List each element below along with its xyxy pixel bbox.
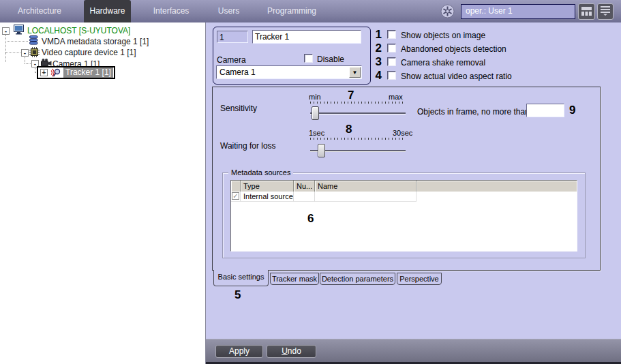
metadata-table: Type Nu... Name ✓ Internal source <box>230 180 577 252</box>
camera-select[interactable]: Camera 1 ▼ <box>216 65 362 79</box>
annotation-3: 3 <box>368 55 382 69</box>
tree-item-vmda-storage[interactable]: VMDA metadata storage 1 [1] <box>42 37 149 46</box>
operator-field[interactable]: oper.: User 1 <box>461 4 575 19</box>
object-id-box: 1 Tracker 1 Camera Disable Camera 1 ▼ <box>213 27 371 85</box>
objects-in-frame-field[interactable] <box>526 104 564 117</box>
camera-shake-checkbox[interactable] <box>387 57 396 66</box>
tab-architecture[interactable]: Architecture <box>14 0 65 22</box>
waiting-min-label: 1sec <box>309 129 324 137</box>
settings-panel: 1 Tracker 1 Camera Disable Camera 1 ▼ 1 … <box>206 22 621 339</box>
waiting-for-loss-label: Waiting for loss <box>220 141 276 151</box>
header-checkbox-column <box>231 181 241 192</box>
object-name-field[interactable]: Tracker 1 <box>252 30 361 44</box>
flower-icon <box>440 4 455 18</box>
sensitivity-slider-thumb[interactable] <box>312 106 319 120</box>
annotation-2: 2 <box>368 42 382 55</box>
tab-programming[interactable]: Programming <box>264 0 319 22</box>
bottom-action-bar: Apply Undo <box>206 339 621 364</box>
tree-connector-line <box>5 52 20 53</box>
tab-users[interactable]: Users <box>210 0 247 22</box>
annotation-7: 7 <box>348 89 354 102</box>
waiting-ticks <box>310 138 404 140</box>
aspect-ratio-label: Show actual video aspect ratio <box>401 72 512 81</box>
internal-source-checkbox[interactable]: ✓ <box>232 192 239 200</box>
tree-item-video-device[interactable]: Video capture device 1 [1] <box>42 48 136 57</box>
annotation-1: 1 <box>368 28 382 42</box>
basic-settings-page: min 7 max Sensitivity Objects in frame, … <box>212 87 601 271</box>
waiting-slider-thumb[interactable] <box>318 144 325 157</box>
tree-item-localhost[interactable]: LOCALHOST [S-UYUTOVA] <box>27 26 130 35</box>
tab-interfaces[interactable]: Interfaces <box>145 0 197 22</box>
abandoned-objects-checkbox[interactable] <box>387 44 396 52</box>
expander-tracker[interactable]: + <box>40 69 48 76</box>
annotation-4: 4 <box>368 69 382 82</box>
dropdown-arrow-icon[interactable]: ▼ <box>349 67 361 78</box>
apply-button[interactable]: Apply <box>215 345 263 358</box>
tree-connector-line <box>25 57 25 63</box>
objects-in-frame-label: Objects in frame, no more than <box>417 107 530 117</box>
tab-detection-parameters[interactable]: Detection parameters <box>320 273 395 285</box>
sensitivity-slider-track[interactable] <box>310 112 406 114</box>
undo-button[interactable]: Undo <box>267 345 316 358</box>
expander-video-device[interactable]: - <box>21 49 29 57</box>
tab-hardware[interactable]: Hardware <box>84 0 131 22</box>
tab-basic-settings[interactable]: Basic settings <box>213 270 269 286</box>
top-menu-bar: Architecture Hardware Interfaces Users P… <box>0 0 621 23</box>
show-objects-label: Show objects on image <box>401 31 485 40</box>
layout-grid-icon <box>581 7 592 16</box>
waiting-max-label: 30sec <box>393 129 412 137</box>
row-checkbox-cell: ✓ <box>231 192 241 202</box>
database-icon <box>29 35 38 45</box>
metadata-table-row[interactable]: ✓ Internal source <box>231 192 577 202</box>
computer-icon <box>14 25 25 35</box>
sensitivity-ticks <box>310 102 404 104</box>
show-objects-checkbox[interactable] <box>387 30 396 39</box>
row-empty-cell <box>416 192 577 202</box>
row-type-cell: Internal source <box>241 192 294 202</box>
tab-perspective[interactable]: Perspective <box>397 273 442 285</box>
row-number-cell <box>294 192 315 202</box>
camera-select-value: Camera 1 <box>219 67 256 77</box>
row-name-cell <box>315 192 416 202</box>
metadata-table-header: Type Nu... Name <box>231 181 577 192</box>
sensitivity-label: Sensitivity <box>220 104 257 113</box>
metadata-sources-title: Metadata sources <box>228 168 293 177</box>
option-row: 3 Camera shake removal <box>368 55 586 69</box>
option-row: 2 Abandoned objects detection <box>368 42 586 55</box>
object-id-field[interactable]: 1 <box>217 31 248 43</box>
expander-localhost[interactable]: - <box>2 27 10 35</box>
header-empty-column <box>416 181 577 192</box>
option-row: 4 Show actual video aspect ratio <box>368 69 586 82</box>
tracker-icon <box>50 68 61 77</box>
tree-item-tracker-selected[interactable]: + Tracker 1 [1] <box>37 66 115 79</box>
layout-grid-button[interactable] <box>578 3 595 20</box>
chip-icon <box>29 47 40 57</box>
metadata-sources-group: Metadata sources Type Nu... Name ✓ Inter… <box>222 172 586 258</box>
tree-connector-line <box>5 35 6 62</box>
annotation-8: 8 <box>346 123 352 136</box>
annotation-6: 6 <box>307 212 314 226</box>
header-number-column[interactable]: Nu... <box>294 181 315 192</box>
sensitivity-max-label: max <box>389 93 403 101</box>
abandoned-objects-label: Abandoned objects detection <box>401 44 506 54</box>
option-row: 1 Show objects on image <box>368 28 586 42</box>
tree-item-tracker-label: Tracker 1 [1] <box>63 67 113 78</box>
tab-tracker-mask[interactable]: Tracker mask <box>270 273 319 285</box>
settings-flower-button[interactable] <box>440 4 455 18</box>
device-tree-panel: - LOCALHOST [S-UYUTOVA] VMDA metadata st… <box>0 22 206 364</box>
menu-lines-icon <box>601 6 610 16</box>
app-window: Architecture Hardware Interfaces Users P… <box>0 0 621 364</box>
tree-connector-line <box>5 41 28 42</box>
annotation-5: 5 <box>234 288 241 302</box>
tree-connector-line <box>25 63 31 64</box>
disable-checkbox[interactable] <box>304 54 313 63</box>
header-type-column[interactable]: Type <box>241 181 294 192</box>
header-name-column[interactable]: Name <box>315 181 416 192</box>
aspect-ratio-checkbox[interactable] <box>387 71 396 80</box>
camera-shake-label: Camera shake removal <box>401 58 485 67</box>
camera-label: Camera <box>217 55 246 65</box>
menu-lines-button[interactable] <box>597 3 614 20</box>
disable-label: Disable <box>317 55 344 64</box>
annotation-9: 9 <box>569 104 575 117</box>
sensitivity-min-label: min <box>309 93 321 101</box>
